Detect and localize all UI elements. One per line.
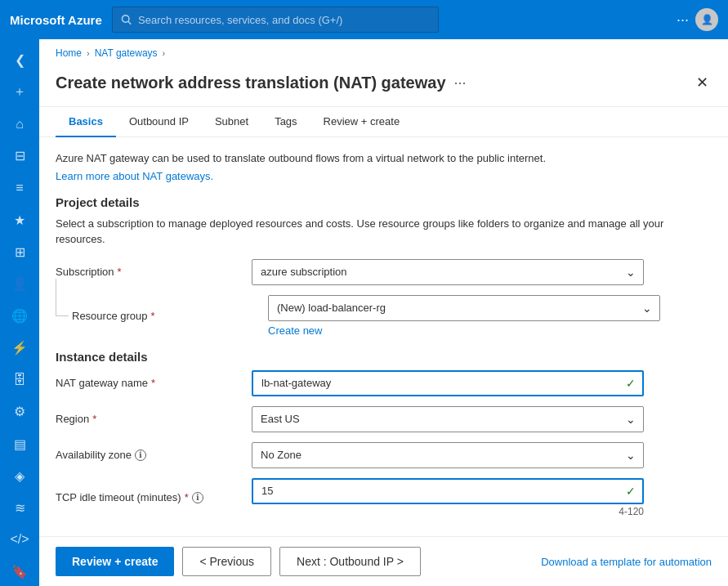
topbar-right: ··· 👤: [677, 8, 718, 31]
topbar: Microsoft Azure ··· 👤: [0, 0, 728, 39]
availability-zone-select-wrapper: No Zone: [252, 442, 644, 468]
create-new-link[interactable]: Create new: [268, 324, 660, 337]
instance-details-title: Instance details: [56, 350, 712, 364]
tcp-idle-timeout-input[interactable]: [252, 478, 644, 504]
region-select[interactable]: East US: [252, 406, 644, 432]
close-button[interactable]: ✕: [693, 70, 712, 95]
tcp-idle-timeout-label: TCP idle timeout (minutes) * ℹ: [56, 491, 252, 503]
subscription-row: Subscription * azure subscription: [56, 259, 712, 285]
download-template-link[interactable]: Download a template for automation: [541, 556, 712, 568]
sidebar-users[interactable]: 👤: [2, 270, 38, 298]
resource-group-row: Resource group * (New) load-balancer-rg …: [56, 295, 712, 337]
sidebar-dashboard[interactable]: ⊟: [2, 141, 38, 170]
region-control: East US: [252, 406, 644, 432]
topbar-more-icon[interactable]: ···: [677, 11, 689, 29]
resource-group-select-wrapper: (New) load-balancer-rg: [268, 295, 660, 321]
tcp-idle-timeout-row: TCP idle timeout (minutes) * ℹ ✓ 4-120: [56, 478, 712, 517]
availability-zone-control: No Zone: [252, 442, 644, 468]
nat-gateway-name-label: NAT gateway name *: [56, 377, 252, 389]
sidebar-bookmark[interactable]: 🔖: [2, 557, 38, 586]
resource-group-required: *: [151, 310, 155, 322]
svg-point-0: [122, 16, 128, 22]
sidebar-menu[interactable]: ≡: [2, 174, 38, 203]
sidebar-globe[interactable]: 🌐: [2, 302, 38, 330]
subscription-required: *: [118, 266, 122, 278]
sidebar-favorites[interactable]: ★: [2, 206, 38, 235]
tcp-idle-timeout-input-wrapper: ✓: [252, 478, 644, 504]
resource-group-container: Resource group * (New) load-balancer-rg …: [56, 295, 712, 337]
nat-gateway-name-row: NAT gateway name * ✓: [56, 370, 712, 396]
tab-basics[interactable]: Basics: [56, 107, 116, 137]
nat-gateway-name-check-icon: ✓: [626, 377, 636, 390]
tab-subnet[interactable]: Subnet: [202, 107, 261, 137]
breadcrumb-nat[interactable]: NAT gateways: [95, 47, 158, 59]
dialog-more-icon[interactable]: ···: [454, 74, 467, 92]
sidebar-code[interactable]: </>: [2, 526, 38, 554]
sidebar-lightning[interactable]: ⚡: [2, 333, 38, 362]
dialog-title-row: Create network address translation (NAT)…: [56, 74, 467, 92]
availability-zone-row: Availability zone ℹ No Zone: [56, 442, 712, 468]
brand-name: Microsoft Azure: [10, 13, 102, 27]
region-row: Region * East US: [56, 406, 712, 432]
nat-gateway-name-control: ✓: [252, 370, 644, 396]
sidebar: ❮ ＋ ⌂ ⊟ ≡ ★ ⊞ 👤 🌐 ⚡ 🗄 ⚙ ▤ ◈ ≋ </> 🔖: [0, 39, 39, 586]
search-icon: [121, 14, 132, 25]
tcp-idle-timeout-check-icon: ✓: [626, 485, 636, 498]
learn-more-link[interactable]: Learn more about NAT gateways.: [56, 170, 213, 182]
sidebar-settings[interactable]: ⚙: [2, 397, 38, 426]
region-select-wrapper: East US: [252, 406, 644, 432]
sidebar-grid[interactable]: ⊞: [2, 238, 38, 266]
next-button[interactable]: Next : Outbound IP >: [279, 547, 421, 576]
breadcrumb: Home › NAT gateways ›: [39, 39, 728, 64]
avatar[interactable]: 👤: [695, 8, 718, 31]
tcp-idle-hint: 4-120: [252, 506, 644, 517]
review-create-button[interactable]: Review + create: [56, 547, 174, 576]
footer: Review + create < Previous Next : Outbou…: [39, 536, 728, 586]
tcp-timeout-required: *: [185, 491, 189, 503]
nat-gateway-name-input[interactable]: [252, 370, 644, 396]
info-text: Azure NAT gateway can be used to transla…: [56, 150, 712, 167]
sidebar-database[interactable]: 🗄: [2, 365, 38, 394]
subscription-label: Subscription *: [56, 266, 252, 278]
main-layout: ❮ ＋ ⌂ ⊟ ≡ ★ ⊞ 👤 🌐 ⚡ 🗄 ⚙ ▤ ◈ ≋ </> 🔖 Home…: [0, 39, 728, 586]
sidebar-monitor[interactable]: ▤: [2, 430, 38, 459]
sidebar-add[interactable]: ＋: [2, 78, 38, 106]
content-area: Home › NAT gateways › Create network add…: [39, 39, 728, 586]
resource-group-label: Resource group *: [72, 310, 268, 322]
subscription-select[interactable]: azure subscription: [252, 259, 644, 285]
form-area: Azure NAT gateway can be used to transla…: [39, 137, 728, 536]
region-required: *: [92, 413, 96, 425]
project-details-desc: Select a subscription to manage deployed…: [56, 216, 712, 248]
search-input[interactable]: [138, 14, 430, 26]
breadcrumb-home[interactable]: Home: [56, 47, 82, 59]
sidebar-collapse[interactable]: ❮: [2, 46, 38, 74]
svg-line-1: [128, 21, 131, 24]
availability-zone-label: Availability zone ℹ: [56, 449, 252, 461]
tab-review-create[interactable]: Review + create: [310, 107, 413, 137]
tab-tags[interactable]: Tags: [261, 107, 310, 137]
availability-zone-select[interactable]: No Zone: [252, 442, 644, 468]
sidebar-layers[interactable]: ≋: [2, 494, 38, 522]
search-bar[interactable]: [112, 7, 439, 33]
region-label: Region *: [56, 413, 252, 425]
subscription-control: azure subscription: [252, 259, 644, 285]
tcp-idle-timeout-info-icon[interactable]: ℹ: [192, 492, 203, 503]
dialog-header: Create network address translation (NAT)…: [39, 64, 728, 107]
nat-gateway-name-input-wrapper: ✓: [252, 370, 644, 396]
tab-outbound-ip[interactable]: Outbound IP: [116, 107, 202, 137]
dialog-title: Create network address translation (NAT)…: [56, 74, 446, 92]
resource-group-control: (New) load-balancer-rg Create new: [268, 295, 660, 337]
previous-button[interactable]: < Previous: [182, 547, 271, 576]
project-details-title: Project details: [56, 195, 712, 209]
resource-group-select[interactable]: (New) load-balancer-rg: [268, 295, 660, 321]
nat-name-required: *: [151, 377, 155, 389]
sidebar-diamond[interactable]: ◈: [2, 462, 38, 490]
tcp-idle-timeout-control: ✓ 4-120: [252, 478, 644, 517]
subscription-select-wrapper: azure subscription: [252, 259, 644, 285]
tabs-bar: Basics Outbound IP Subnet Tags Review + …: [39, 107, 728, 137]
breadcrumb-sep1: ›: [87, 48, 90, 58]
availability-zone-info-icon[interactable]: ℹ: [135, 450, 146, 461]
sidebar-home[interactable]: ⌂: [2, 110, 38, 138]
breadcrumb-sep2: ›: [163, 48, 166, 58]
